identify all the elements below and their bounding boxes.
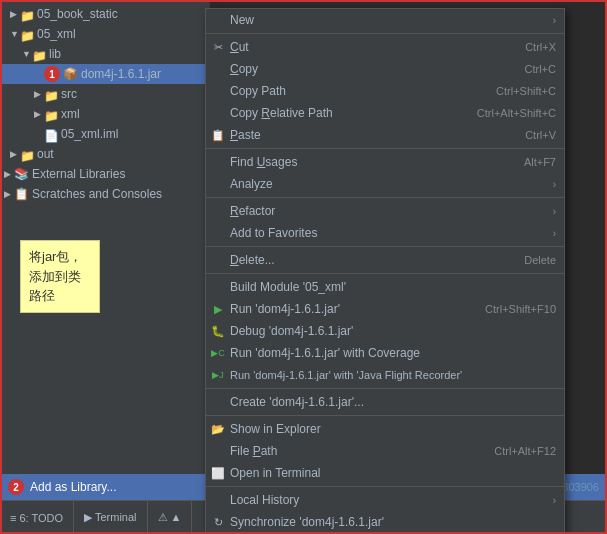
tree-label: 05_xml.iml bbox=[61, 127, 118, 141]
cut-icon: ✂ bbox=[210, 41, 226, 54]
tree-item-src[interactable]: ▶ 📁 src bbox=[0, 84, 210, 104]
shortcut-label: Ctrl+Alt+Shift+C bbox=[477, 107, 556, 119]
menu-separator bbox=[206, 197, 564, 198]
tab-warnings[interactable]: ⚠ ▲ bbox=[148, 501, 193, 534]
tab-terminal-label: ▶ Terminal bbox=[84, 511, 136, 524]
shortcut-label: Ctrl+V bbox=[525, 129, 556, 141]
menu-label: Create 'dom4j-1.6.1.jar'... bbox=[230, 395, 364, 409]
folder-icon: 📁 bbox=[20, 9, 34, 20]
menu-label: Local History bbox=[230, 493, 299, 507]
menu-item-run-coverage[interactable]: ▶C Run 'dom4j-1.6.1.jar' with Coverage bbox=[206, 342, 564, 364]
menu-item-delete[interactable]: Delete... Delete bbox=[206, 249, 564, 271]
menu-label: Synchronize 'dom4j-1.6.1.jar' bbox=[230, 515, 384, 529]
tree-label: 05_book_static bbox=[37, 7, 118, 21]
tree-item-scratches[interactable]: ▶ 📋 Scratches and Consoles bbox=[0, 184, 210, 204]
tree-item-xml-folder[interactable]: ▶ 📁 xml bbox=[0, 104, 210, 124]
menu-separator bbox=[206, 246, 564, 247]
menu-item-debug[interactable]: 🐛 Debug 'dom4j-1.6.1.jar' bbox=[206, 320, 564, 342]
tree-item-out[interactable]: ▶ 📁 out bbox=[0, 144, 210, 164]
submenu-arrow-icon: › bbox=[553, 179, 556, 190]
menu-separator bbox=[206, 148, 564, 149]
tooltip-text: 将jar包，添加到类路径 bbox=[29, 249, 82, 303]
menu-label: Debug 'dom4j-1.6.1.jar' bbox=[230, 324, 353, 338]
menu-separator bbox=[206, 415, 564, 416]
menu-label: Paste bbox=[230, 128, 261, 142]
arrow-icon: ▶ bbox=[10, 9, 20, 19]
menu-label: New bbox=[230, 13, 254, 27]
lib-icon: 📚 bbox=[14, 167, 29, 181]
submenu-arrow-icon: › bbox=[553, 206, 556, 217]
menu-item-refactor[interactable]: Refactor › bbox=[206, 200, 564, 222]
tab-todo[interactable]: ≡ 6: TODO bbox=[0, 501, 74, 534]
sync-icon: ↻ bbox=[210, 516, 226, 529]
paste-icon: 📋 bbox=[210, 129, 226, 142]
menu-item-create[interactable]: Create 'dom4j-1.6.1.jar'... bbox=[206, 391, 564, 413]
tree-item-lib[interactable]: ▼ 📁 lib bbox=[0, 44, 210, 64]
menu-item-file-path[interactable]: File Path Ctrl+Alt+F12 bbox=[206, 440, 564, 462]
menu-label: Run 'dom4j-1.6.1.jar' bbox=[230, 302, 340, 316]
menu-label: Show in Explorer bbox=[230, 422, 321, 436]
tree-item-external-libraries[interactable]: ▶ 📚 External Libraries bbox=[0, 164, 210, 184]
shortcut-label: Ctrl+Shift+F10 bbox=[485, 303, 556, 315]
menu-item-local-history[interactable]: Local History › bbox=[206, 489, 564, 511]
menu-item-analyze[interactable]: Analyze › bbox=[206, 173, 564, 195]
menu-item-add-favorites[interactable]: Add to Favorites › bbox=[206, 222, 564, 244]
context-menu: New › ✂ Cut Ctrl+X Copy Ctrl+C Copy Path… bbox=[205, 8, 565, 534]
menu-label: Refactor bbox=[230, 204, 275, 218]
arrow-icon: ▼ bbox=[22, 49, 32, 59]
submenu-arrow-icon: › bbox=[553, 228, 556, 239]
menu-item-copy-relative-path[interactable]: Copy Relative Path Ctrl+Alt+Shift+C bbox=[206, 102, 564, 124]
menu-item-show-explorer[interactable]: 📂 Show in Explorer bbox=[206, 418, 564, 440]
iml-icon: 📄 bbox=[44, 129, 58, 140]
tree-item-iml[interactable]: 📄 05_xml.iml bbox=[0, 124, 210, 144]
folder-icon: 📁 bbox=[44, 109, 58, 120]
menu-item-find-usages[interactable]: Find Usages Alt+F7 bbox=[206, 151, 564, 173]
scratches-icon: 📋 bbox=[14, 187, 29, 201]
shortcut-label: Ctrl+Shift+C bbox=[496, 85, 556, 97]
tree-item-05-book-static[interactable]: ▶ 📁 05_book_static bbox=[0, 4, 210, 24]
badge-1: 1 bbox=[44, 66, 60, 82]
menu-item-copy[interactable]: Copy Ctrl+C bbox=[206, 58, 564, 80]
arrow-icon: ▶ bbox=[4, 189, 14, 199]
shortcut-label: Ctrl+X bbox=[525, 41, 556, 53]
menu-item-synchronize[interactable]: ↻ Synchronize 'dom4j-1.6.1.jar' bbox=[206, 511, 564, 533]
tree-item-dom4j-jar[interactable]: 1 📦 dom4j-1.6.1.jar bbox=[0, 64, 210, 84]
menu-item-run[interactable]: ▶ Run 'dom4j-1.6.1.jar' Ctrl+Shift+F10 bbox=[206, 298, 564, 320]
arrow-icon: ▶ bbox=[34, 89, 44, 99]
menu-item-cut[interactable]: ✂ Cut Ctrl+X bbox=[206, 36, 564, 58]
menu-label: File Path bbox=[230, 444, 277, 458]
menu-item-copy-path[interactable]: Copy Path Ctrl+Shift+C bbox=[206, 80, 564, 102]
menu-separator bbox=[206, 273, 564, 274]
tab-terminal[interactable]: ▶ Terminal bbox=[74, 501, 147, 534]
folder-icon: 📁 bbox=[44, 89, 58, 100]
menu-item-run-jfr[interactable]: ▶J Run 'dom4j-1.6.1.jar' with 'Java Flig… bbox=[206, 364, 564, 386]
shortcut-label: Delete bbox=[524, 254, 556, 266]
tree-label: xml bbox=[61, 107, 80, 121]
menu-item-paste[interactable]: 📋 Paste Ctrl+V bbox=[206, 124, 564, 146]
menu-separator bbox=[206, 388, 564, 389]
shortcut-label: Alt+F7 bbox=[524, 156, 556, 168]
menu-label: Find Usages bbox=[230, 155, 297, 169]
folder-icon: 📁 bbox=[32, 49, 46, 60]
menu-label: Add to Favorites bbox=[230, 226, 317, 240]
menu-label: Copy Path bbox=[230, 84, 286, 98]
menu-item-build-module[interactable]: Build Module '05_xml' bbox=[206, 276, 564, 298]
folder-icon: 📁 bbox=[20, 29, 34, 40]
tab-warnings-label: ⚠ ▲ bbox=[158, 511, 182, 524]
menu-item-open-terminal[interactable]: ⬜ Open in Terminal bbox=[206, 462, 564, 484]
jfr-icon: ▶J bbox=[210, 370, 226, 380]
menu-separator bbox=[206, 33, 564, 34]
badge-2: 2 bbox=[8, 479, 24, 495]
menu-label: Build Module '05_xml' bbox=[230, 280, 346, 294]
menu-separator bbox=[206, 486, 564, 487]
menu-label: Run 'dom4j-1.6.1.jar' with Coverage bbox=[230, 346, 420, 360]
submenu-arrow-icon: › bbox=[553, 15, 556, 26]
menu-item-new[interactable]: New › bbox=[206, 9, 564, 31]
coverage-icon: ▶C bbox=[210, 348, 226, 358]
shortcut-label: Ctrl+Alt+F12 bbox=[494, 445, 556, 457]
tree-label: External Libraries bbox=[32, 167, 125, 181]
arrow-icon: ▶ bbox=[10, 149, 20, 159]
folder-icon: 📁 bbox=[20, 149, 34, 160]
tree-item-05-xml[interactable]: ▼ 📁 05_xml bbox=[0, 24, 210, 44]
menu-label: Cut bbox=[230, 40, 249, 54]
